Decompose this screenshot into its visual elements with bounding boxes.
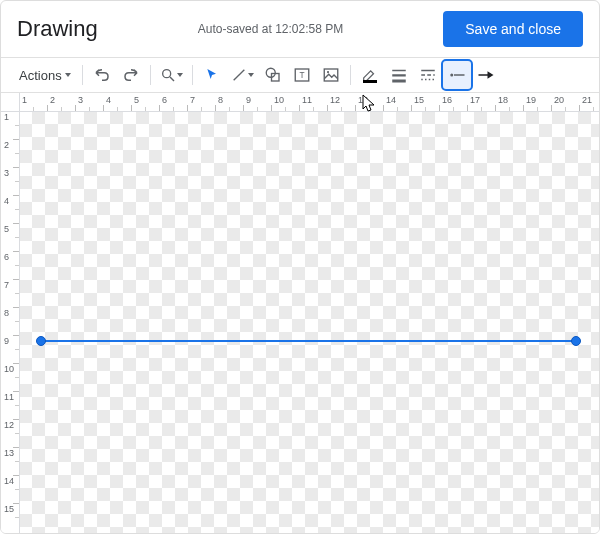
ruler-tick-label: 12 bbox=[4, 420, 14, 430]
ruler-tick-label: 5 bbox=[134, 95, 139, 105]
line-end-handle[interactable] bbox=[571, 336, 581, 346]
line-end-button[interactable] bbox=[472, 61, 500, 89]
svg-point-0 bbox=[162, 70, 170, 78]
horizontal-ruler[interactable]: 123456789101112131415161718192021 bbox=[19, 93, 599, 112]
image-tool-button[interactable] bbox=[317, 61, 345, 89]
ruler-tick-label: 11 bbox=[302, 95, 312, 105]
line-weight-button[interactable] bbox=[385, 61, 413, 89]
ruler-tick-label: 17 bbox=[470, 95, 480, 105]
textbox-tool-button[interactable]: T bbox=[288, 61, 316, 89]
shape-tool-button[interactable] bbox=[259, 61, 287, 89]
ruler-tick-label: 3 bbox=[78, 95, 83, 105]
line-tool-icon bbox=[231, 67, 247, 83]
dialog-header: Drawing Auto-saved at 12:02:58 PM Save a… bbox=[1, 1, 599, 57]
ruler-tick-label: 9 bbox=[246, 95, 251, 105]
ruler-tick-label: 4 bbox=[106, 95, 111, 105]
ruler-tick-label: 15 bbox=[4, 504, 14, 514]
ruler-tick-label: 8 bbox=[218, 95, 223, 105]
svg-line-2 bbox=[233, 70, 244, 81]
ruler-tick-label: 21 bbox=[582, 95, 592, 105]
ruler-tick-label: 14 bbox=[386, 95, 396, 105]
ruler-tick-label: 2 bbox=[4, 140, 9, 150]
textbox-icon: T bbox=[293, 66, 311, 84]
line-weight-icon bbox=[390, 66, 408, 84]
toolbar-separator bbox=[82, 65, 83, 85]
drawing-canvas[interactable] bbox=[19, 111, 599, 533]
ruler-tick-label: 10 bbox=[4, 364, 14, 374]
zoom-icon bbox=[160, 67, 176, 83]
ruler-tick-label: 11 bbox=[4, 392, 14, 402]
autosave-status: Auto-saved at 12:02:58 PM bbox=[198, 22, 343, 36]
ruler-tick-label: 2 bbox=[50, 95, 55, 105]
line-end-arrow-icon bbox=[477, 66, 495, 84]
toolbar-separator bbox=[150, 65, 151, 85]
caret-down-icon bbox=[248, 73, 254, 77]
svg-point-16 bbox=[450, 74, 453, 77]
svg-point-3 bbox=[266, 68, 275, 77]
svg-rect-9 bbox=[392, 70, 406, 72]
svg-point-8 bbox=[327, 71, 329, 73]
drawn-line-shape[interactable] bbox=[41, 340, 576, 342]
svg-line-1 bbox=[170, 77, 174, 81]
redo-button[interactable] bbox=[117, 61, 145, 89]
ruler-tick-label: 8 bbox=[4, 308, 9, 318]
ruler-tick-label: 16 bbox=[442, 95, 452, 105]
caret-down-icon bbox=[65, 73, 71, 77]
ruler-corner bbox=[1, 93, 20, 112]
ruler-tick-label: 3 bbox=[4, 168, 9, 178]
svg-text:T: T bbox=[299, 71, 304, 80]
ruler-tick-label: 1 bbox=[22, 95, 27, 105]
line-dash-icon bbox=[419, 66, 437, 84]
ruler-tick-label: 15 bbox=[414, 95, 424, 105]
image-icon bbox=[322, 66, 340, 84]
actions-menu-label: Actions bbox=[19, 68, 62, 83]
svg-rect-7 bbox=[324, 69, 338, 81]
ruler-tick-label: 19 bbox=[526, 95, 536, 105]
ruler-tick-label: 4 bbox=[4, 196, 9, 206]
cursor-arrow-icon bbox=[204, 67, 220, 83]
vertical-ruler[interactable]: 123456789101112131415 bbox=[1, 111, 20, 533]
actions-menu-button[interactable]: Actions bbox=[9, 61, 77, 89]
line-color-button[interactable] bbox=[356, 61, 384, 89]
work-area: 123456789101112131415161718192021 123456… bbox=[1, 93, 599, 533]
undo-button[interactable] bbox=[88, 61, 116, 89]
ruler-tick-label: 9 bbox=[4, 336, 9, 346]
line-start-handle[interactable] bbox=[36, 336, 46, 346]
caret-down-icon bbox=[177, 73, 183, 77]
ruler-tick-label: 13 bbox=[358, 95, 368, 105]
shape-icon bbox=[264, 66, 282, 84]
ruler-tick-label: 13 bbox=[4, 448, 14, 458]
ruler-tick-label: 6 bbox=[4, 252, 9, 262]
svg-rect-11 bbox=[392, 80, 406, 83]
toolbar: Actions T bbox=[1, 58, 599, 92]
ruler-tick-label: 1 bbox=[4, 112, 9, 122]
toolbar-separator bbox=[192, 65, 193, 85]
line-dash-button[interactable] bbox=[414, 61, 442, 89]
ruler-tick-label: 18 bbox=[498, 95, 508, 105]
drawing-dialog: Drawing Auto-saved at 12:02:58 PM Save a… bbox=[0, 0, 600, 534]
redo-icon bbox=[122, 66, 140, 84]
color-swatch-bar bbox=[363, 80, 377, 83]
toolbar-separator bbox=[350, 65, 351, 85]
ruler-tick-label: 14 bbox=[4, 476, 14, 486]
svg-rect-10 bbox=[392, 74, 406, 76]
line-start-icon bbox=[448, 66, 466, 84]
ruler-tick-label: 7 bbox=[190, 95, 195, 105]
dialog-title: Drawing bbox=[17, 16, 98, 42]
ruler-tick-label: 5 bbox=[4, 224, 9, 234]
ruler-tick-label: 7 bbox=[4, 280, 9, 290]
save-and-close-button[interactable]: Save and close bbox=[443, 11, 583, 47]
pencil-icon bbox=[361, 66, 379, 84]
ruler-tick-label: 12 bbox=[330, 95, 340, 105]
line-tool-button[interactable] bbox=[227, 61, 258, 89]
ruler-tick-label: 10 bbox=[274, 95, 284, 105]
ruler-tick-label: 20 bbox=[554, 95, 564, 105]
ruler-tick-label: 6 bbox=[162, 95, 167, 105]
undo-icon bbox=[93, 66, 111, 84]
select-tool-button[interactable] bbox=[198, 61, 226, 89]
zoom-button[interactable] bbox=[156, 61, 187, 89]
line-start-button[interactable] bbox=[443, 61, 471, 89]
